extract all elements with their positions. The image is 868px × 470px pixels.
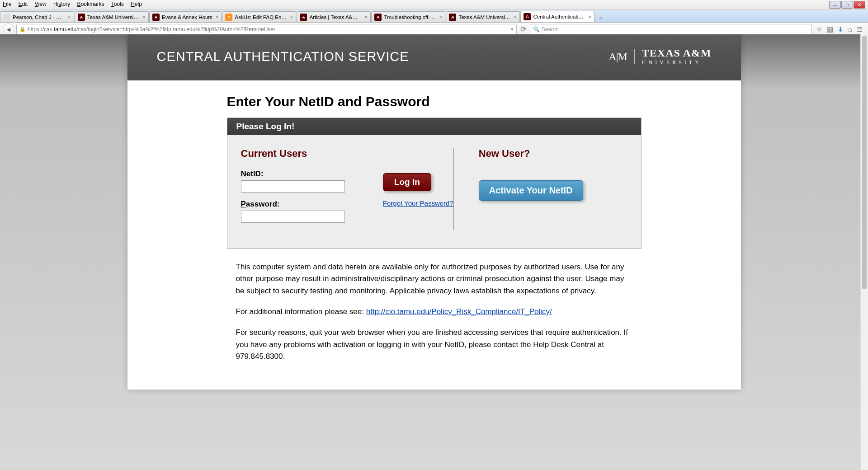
tab-favicon-icon: A xyxy=(78,14,85,21)
tab-title: Evans & Annex Hours xyxy=(162,14,212,20)
toolbar-icons: ☆ ▤ ⬇ ⌂ ☰ xyxy=(814,25,865,33)
menu-history[interactable]: History xyxy=(53,1,70,7)
login-panel-header: Please Log In! xyxy=(227,118,641,135)
page-heading: Enter Your NetID and Password xyxy=(227,94,642,109)
disclaimer-section: This computer system and data herein are… xyxy=(227,249,642,362)
tab-close-icon[interactable]: × xyxy=(142,14,146,20)
forgot-password-link[interactable]: Forgot Your Password? xyxy=(383,199,453,207)
tab-close-icon[interactable]: × xyxy=(514,14,517,20)
browser-tab[interactable]: ACentral Authentication Ser...× xyxy=(520,11,594,22)
menu-help[interactable]: Help xyxy=(131,1,142,7)
browser-tab[interactable]: ATexas A&M University Libr...× xyxy=(446,11,520,22)
browser-menubar: File Edit View History Bookmarks Tools H… xyxy=(0,0,868,10)
disclaimer-para-1: This computer system and data herein are… xyxy=(236,261,632,297)
maximize-button[interactable]: □ xyxy=(841,1,853,9)
window-close-button[interactable]: ✕ xyxy=(854,1,865,9)
tab-favicon-icon: ? xyxy=(225,14,232,21)
logo-mark-icon: A|M xyxy=(609,51,627,63)
disclaimer-para-3: For security reasons, quit your web brow… xyxy=(236,327,632,362)
tab-title: Texas A&M University Libr... xyxy=(458,14,510,20)
browser-tab[interactable]: ATexas A&M University Libr...× xyxy=(75,11,149,22)
password-input[interactable] xyxy=(241,211,345,223)
browser-tab[interactable]: ATroubleshooting off-camp...× xyxy=(371,11,445,22)
netid-label: NetID: xyxy=(241,169,369,179)
reader-icon[interactable]: ▤ xyxy=(827,25,833,33)
logo-divider xyxy=(634,49,635,64)
bookmark-star-icon[interactable]: ☆ xyxy=(816,25,822,33)
university-logo: A|M TEXAS A&M UNIVERSITY xyxy=(609,47,711,66)
tab-favicon-icon: A xyxy=(524,13,531,20)
logo-text-small: UNIVERSITY xyxy=(642,59,712,66)
tab-title: Troubleshooting off-camp... xyxy=(384,14,436,20)
login-button[interactable]: Log In xyxy=(383,173,431,191)
tab-close-icon[interactable]: × xyxy=(290,14,293,20)
url-bar[interactable]: 🔒 https://cas.tamu.edu/cas/login?service… xyxy=(16,24,517,35)
lock-icon: 🔒 xyxy=(19,26,26,32)
search-box[interactable]: 🔍 Search xyxy=(530,24,812,35)
new-tab-button[interactable]: + xyxy=(595,14,607,22)
tab-favicon-icon: A xyxy=(152,14,160,21)
hamburger-menu-icon[interactable]: ☰ xyxy=(857,25,863,33)
page-viewport: CENTRAL AUTHENTICATION SERVICE A|M TEXAS… xyxy=(0,34,868,470)
site-header-banner: CENTRAL AUTHENTICATION SERVICE A|M TEXAS… xyxy=(127,34,741,80)
tab-favicon-icon: A xyxy=(374,14,382,21)
reload-button[interactable]: ⟳ xyxy=(520,25,526,33)
tab-title: Pearson, Chad J - Outlook Web... xyxy=(13,14,65,20)
new-user-heading: New User? xyxy=(479,148,627,160)
downloads-icon[interactable]: ⬇ xyxy=(838,25,844,33)
search-icon: 🔍 xyxy=(533,26,540,33)
netid-input[interactable] xyxy=(241,180,345,193)
url-prefix: https://cas. xyxy=(28,26,54,33)
browser-tab[interactable]: AArticles | Texas A&M Unive...× xyxy=(297,11,371,22)
tab-title: Central Authentication Ser... xyxy=(533,14,585,19)
url-dropdown-icon[interactable]: ▾ xyxy=(511,26,514,32)
minimize-button[interactable]: — xyxy=(829,1,841,9)
activate-netid-button[interactable]: Activate Your NetID xyxy=(479,180,583,201)
page-content: CENTRAL AUTHENTICATION SERVICE A|M TEXAS… xyxy=(127,34,741,390)
menu-edit[interactable]: Edit xyxy=(19,1,28,7)
tab-title: AskUs: Edit FAQ Entry xyxy=(235,14,287,20)
browser-tab[interactable]: ?AskUs: Edit FAQ Entry× xyxy=(222,11,296,22)
tab-favicon-icon xyxy=(3,14,10,21)
password-label: Password: xyxy=(241,200,369,209)
search-placeholder: Search xyxy=(542,26,559,33)
url-domain: tamu.edu xyxy=(54,26,76,33)
scrollbar-track[interactable] xyxy=(860,34,868,470)
tab-title: Articles | Texas A&M Unive... xyxy=(309,14,361,20)
logo-text-big: TEXAS A&M xyxy=(642,47,712,59)
it-policy-link[interactable]: http://cio.tamu.edu/Policy_Risk_Complian… xyxy=(366,307,552,316)
tab-close-icon[interactable]: × xyxy=(439,14,443,20)
window-controls: — □ ✕ xyxy=(829,1,865,9)
tab-favicon-icon: A xyxy=(300,14,307,21)
menu-tools[interactable]: Tools xyxy=(111,1,124,7)
tab-title: Texas A&M University Libr... xyxy=(87,14,139,20)
menu-view[interactable]: View xyxy=(35,1,47,7)
tab-close-icon[interactable]: × xyxy=(215,14,219,20)
tab-close-icon[interactable]: × xyxy=(67,14,71,20)
tab-close-icon[interactable]: × xyxy=(364,14,368,20)
login-panel: Please Log In! Current Users NetID: Pass… xyxy=(227,118,642,249)
menubar-items: File Edit View History Bookmarks Tools H… xyxy=(3,1,147,9)
url-suffix: /cas/login?service=https%3a%2f%2fidp.tam… xyxy=(76,26,275,33)
home-icon[interactable]: ⌂ xyxy=(848,25,852,33)
browser-tab[interactable]: Pearson, Chad J - Outlook Web...× xyxy=(0,11,74,22)
tab-favicon-icon: A xyxy=(449,14,456,21)
scrollbar-thumb[interactable] xyxy=(862,36,867,289)
back-button[interactable]: ◄ xyxy=(3,24,14,35)
menu-file[interactable]: File xyxy=(3,1,11,7)
site-title: CENTRAL AUTHENTICATION SERVICE xyxy=(157,49,409,64)
browser-tabbar: Pearson, Chad J - Outlook Web...×ATexas … xyxy=(0,10,868,23)
disclaimer-para-2: For additional information please see: h… xyxy=(236,306,632,318)
tab-close-icon[interactable]: × xyxy=(588,14,592,20)
browser-tab[interactable]: AEvans & Annex Hours× xyxy=(149,11,222,22)
current-users-heading: Current Users xyxy=(241,148,369,160)
menu-bookmarks[interactable]: Bookmarks xyxy=(77,1,104,7)
